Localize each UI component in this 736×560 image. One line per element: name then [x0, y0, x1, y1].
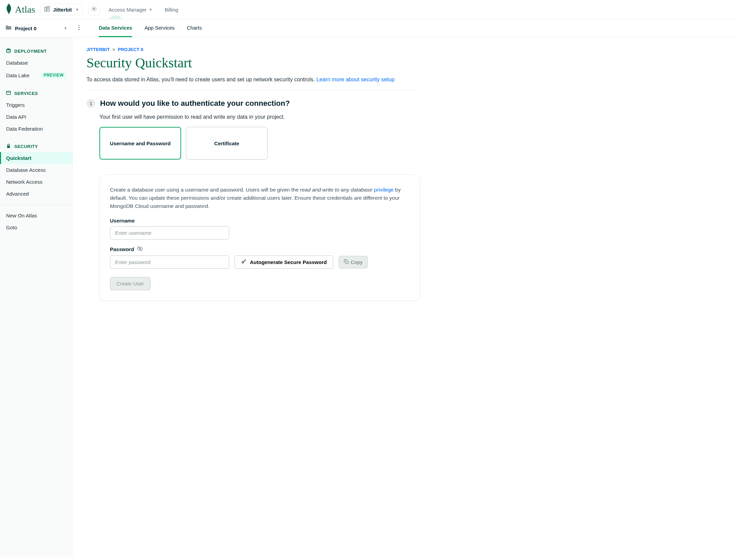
eye-off-icon[interactable]	[137, 246, 143, 253]
auth-option-certificate[interactable]: Certificate	[186, 127, 268, 160]
org-selector[interactable]: Jitterbit ▼	[41, 4, 83, 15]
access-manager-label: Access Manager	[109, 7, 147, 13]
autogen-password-button[interactable]: Autogenerate Secure Password	[235, 256, 333, 269]
sidebar-item-dbaccess[interactable]: Database Access	[0, 164, 73, 176]
key-icon	[241, 259, 246, 265]
copy-button[interactable]: Copy	[339, 256, 368, 268]
sidebar-datalake-label: Data Lake	[6, 72, 29, 78]
services-icon	[6, 90, 11, 96]
logo[interactable]: Atlas	[5, 3, 35, 16]
leaf-icon	[5, 3, 12, 16]
tab-app-services[interactable]: App Services	[144, 19, 174, 37]
username-label: Username	[110, 218, 410, 224]
sidebar-item-dataapi[interactable]: Data API	[0, 111, 73, 123]
svg-point-5	[93, 8, 95, 10]
sidebar-section-services: SERVICES	[0, 88, 73, 99]
sidebar-security-title: SECURITY	[14, 144, 38, 149]
org-settings-button[interactable]	[88, 4, 100, 15]
main-content: JITTERBIT > PROJECT 0 Security Quickstar…	[73, 37, 434, 557]
sidebar-item-new[interactable]: New On Atlas	[0, 210, 73, 221]
form-description: Create a database user using a username …	[110, 186, 410, 210]
autogen-label: Autogenerate Secure Password	[250, 259, 327, 265]
learn-more-link[interactable]: Learn more about security setup	[316, 77, 394, 82]
sidebar-item-netaccess[interactable]: Network Access	[0, 176, 73, 188]
user-form-card: Create a database user using a username …	[99, 175, 420, 301]
database-icon	[6, 48, 11, 54]
copy-label: Copy	[351, 259, 363, 265]
auth-option-password[interactable]: Username and Password	[99, 127, 181, 160]
svg-rect-10	[6, 91, 11, 95]
svg-point-8	[78, 29, 79, 30]
preview-badge: PREVIEW	[41, 72, 66, 79]
step-1: 1 How would you like to authenticate you…	[86, 99, 420, 301]
copy-icon	[344, 259, 349, 265]
sidebar-item-datalake[interactable]: Data Lake PREVIEW	[0, 69, 73, 82]
create-user-button[interactable]: Create User	[110, 277, 150, 290]
project-name: Project 0	[15, 26, 36, 31]
org-icon	[44, 6, 50, 13]
chevron-down-icon: ▼	[64, 26, 67, 30]
svg-point-6	[78, 25, 79, 26]
folder-icon	[5, 25, 12, 32]
svg-rect-1	[47, 6, 49, 11]
sidebar-section-deployment: DEPLOYMENT	[0, 46, 73, 57]
chevron-down-icon: ▼	[149, 7, 153, 12]
logo-text: Atlas	[15, 4, 35, 15]
svg-rect-0	[45, 7, 46, 11]
password-input[interactable]	[110, 256, 229, 269]
form-desc-1: Create a database user using a username …	[110, 187, 300, 193]
access-manager-menu[interactable]: Access Manager ▼	[105, 5, 156, 15]
billing-link[interactable]: Billing	[161, 5, 182, 15]
sidebar-item-quickstart[interactable]: Quickstart	[0, 152, 73, 164]
main-tabs: Data Services App Services Charts	[85, 19, 202, 37]
chevron-down-icon: ▼	[75, 7, 79, 12]
intro-text: To access data stored in Atlas, you'll n…	[86, 77, 316, 82]
org-name: Jitterbit	[53, 7, 72, 13]
top-bar: Atlas Jitterbit ▼ Access Manager ▼ Billi…	[0, 0, 736, 19]
svg-point-7	[78, 27, 79, 28]
step-title: How would you like to authenticate your …	[100, 99, 290, 108]
step-description: Your first user will have permission to …	[99, 114, 420, 120]
tab-data-services[interactable]: Data Services	[99, 19, 132, 37]
password-label-text: Password	[110, 246, 134, 252]
billing-label: Billing	[165, 7, 178, 13]
form-desc-em: read and write to any database	[300, 187, 374, 193]
password-label: Password	[110, 246, 410, 253]
breadcrumb-sep: >	[112, 47, 115, 52]
project-kebab-menu[interactable]	[73, 25, 85, 32]
sidebar-section-security: SECURITY	[0, 141, 73, 152]
lock-icon	[6, 144, 11, 149]
privilege-link[interactable]: privilege	[374, 187, 394, 193]
sidebar-services-title: SERVICES	[14, 91, 38, 96]
sidebar-item-triggers[interactable]: Triggers	[0, 99, 73, 111]
sidebar-item-database[interactable]: Database	[0, 57, 73, 69]
svg-rect-12	[7, 146, 10, 148]
breadcrumb-project[interactable]: PROJECT 0	[118, 47, 143, 52]
tab-charts[interactable]: Charts	[187, 19, 202, 37]
step-number: 1	[86, 99, 95, 108]
kebab-icon	[78, 25, 80, 32]
project-bar: Project 0 ▼ Data Services App Services C…	[0, 19, 736, 37]
page-title: Security Quickstart	[86, 55, 420, 71]
svg-point-9	[6, 49, 11, 50]
breadcrumb-org[interactable]: JITTERBIT	[86, 47, 110, 52]
breadcrumb: JITTERBIT > PROJECT 0	[86, 47, 420, 52]
gear-icon	[91, 6, 97, 13]
sidebar: DEPLOYMENT Database Data Lake PREVIEW SE…	[0, 37, 73, 557]
username-input[interactable]	[110, 226, 229, 240]
sidebar-deployment-title: DEPLOYMENT	[14, 49, 47, 54]
sidebar-item-federation[interactable]: Data Federation	[0, 123, 73, 135]
page-intro: To access data stored in Atlas, you'll n…	[86, 76, 420, 90]
sidebar-item-goto[interactable]: Goto	[0, 221, 73, 233]
auth-options: Username and Password Certificate	[99, 127, 420, 160]
sidebar-item-advanced[interactable]: Advanced	[0, 188, 73, 200]
svg-rect-16	[346, 261, 348, 264]
project-selector[interactable]: Project 0 ▼	[0, 20, 73, 36]
